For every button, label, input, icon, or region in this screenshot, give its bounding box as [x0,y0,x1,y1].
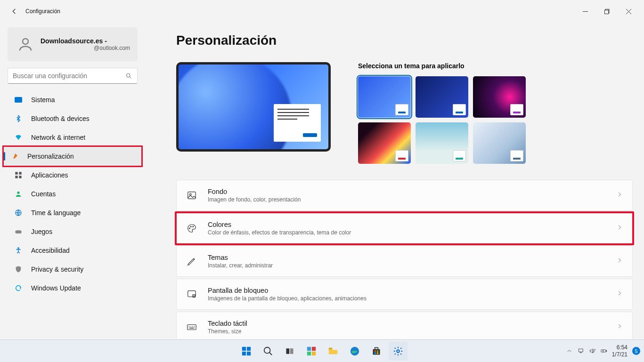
svg-point-16 [193,226,194,227]
accessibility-icon [14,246,23,255]
svg-rect-28 [307,346,310,350]
sidebar-item-label: Time & language [31,209,81,217]
main-content: Personalización Selecciona un tema para … [141,23,644,339]
chevron-right-icon [616,224,623,233]
svg-rect-10 [15,230,21,233]
sidebar-item-aplicaciones[interactable]: Aplicaciones [8,166,138,185]
pen-icon [186,256,197,267]
setting-row-temas[interactable]: TemasInstalar, crear, administrar [176,246,633,277]
sidebar-item-network[interactable]: Network & internet [8,128,138,147]
row-title: Colores [208,221,351,228]
theme-option-3[interactable] [473,76,526,118]
microsoft-store[interactable] [367,342,386,361]
brush-icon [10,152,19,161]
chevron-right-icon [616,257,623,265]
sidebar-item-label: Juegos [31,228,52,235]
shield-icon [14,265,23,274]
svg-rect-5 [19,172,21,174]
start-button[interactable] [237,342,256,361]
network-tray-icon [578,347,585,354]
row-desc: Instalar, crear, administrar [208,262,273,269]
sidebar-item-sistema[interactable]: Sistema [8,90,138,109]
picture-icon [186,190,197,201]
setting-row-pantalla-bloqueo[interactable]: Pantalla de bloqueoImágenes de la pantal… [176,279,633,310]
globe-icon [14,209,23,217]
svg-rect-4 [15,172,17,174]
edge-browser[interactable] [345,342,364,361]
sidebar-item-cuentas[interactable]: Cuentas [8,185,138,203]
clock-time: 6:54 [612,344,628,351]
svg-point-3 [127,73,130,77]
sidebar-item-juegos[interactable]: Juegos [8,222,138,241]
row-desc: Imágenes de la pantalla de bloqueo, apli… [208,295,367,302]
keyboard-icon [186,322,197,333]
sidebar-item-personalizacion[interactable]: Personalización [4,147,141,166]
taskbar-clock[interactable]: 6:54 1/7/21 [612,344,628,358]
maximize-button[interactable] [596,4,618,19]
sidebar: Downloadsource.es - @outlook.com Sistema… [0,23,141,339]
svg-rect-36 [374,350,375,352]
taskbar: 6:54 1/7/21 5 [0,339,644,362]
minimize-button[interactable] [574,4,596,19]
sidebar-item-label: Accesibilidad [31,247,70,254]
tray-chevron-up-icon[interactable] [566,347,573,354]
sidebar-item-time-language[interactable]: Time & language [8,203,138,222]
taskbar-search[interactable] [259,342,277,361]
svg-rect-38 [374,352,375,354]
sidebar-item-label: Bluetooth & devices [31,115,90,122]
widgets-button[interactable] [302,342,321,361]
svg-rect-27 [290,348,293,354]
sidebar-item-privacy[interactable]: Privacy & security [8,260,138,279]
setting-row-fondo[interactable]: FondoImagen de fondo, color, presentació… [176,180,633,211]
theme-grid [358,76,526,164]
chevron-right-icon [616,323,623,331]
back-button[interactable] [7,4,22,19]
svg-point-40 [397,350,399,353]
lockscreen-icon [186,289,197,300]
task-view[interactable] [280,342,299,361]
theme-option-4[interactable] [358,122,411,164]
svg-rect-34 [373,349,380,354]
svg-rect-6 [15,176,17,178]
update-icon [14,284,23,292]
svg-rect-43 [606,350,606,352]
user-card[interactable]: Downloadsource.es - @outlook.com [8,27,138,61]
sidebar-item-accesibilidad[interactable]: Accesibilidad [8,241,138,260]
svg-rect-39 [376,352,378,354]
sidebar-item-windows-update[interactable]: Windows Update [8,279,138,298]
apps-icon [14,171,23,179]
svg-rect-31 [311,351,315,355]
volume-tray-icon [589,347,596,354]
titlebar: Configuración [0,0,644,23]
setting-row-colores[interactable]: ColoresColor de énfasis, efectos de tran… [176,213,633,244]
svg-point-11 [18,248,19,249]
svg-rect-35 [375,347,378,349]
theme-option-1[interactable] [358,76,411,118]
svg-rect-20 [187,325,196,330]
search-input[interactable] [13,72,125,80]
file-explorer[interactable] [324,342,342,361]
svg-point-15 [190,226,191,227]
themes-heading: Selecciona un tema para aplicarlo [358,62,526,70]
wifi-icon [14,133,23,142]
notification-badge[interactable]: 5 [632,347,640,355]
svg-rect-22 [246,346,250,350]
sidebar-item-bluetooth[interactable]: Bluetooth & devices [8,109,138,128]
system-tray[interactable] [578,347,607,354]
battery-tray-icon [600,347,607,354]
theme-option-5[interactable] [416,122,468,164]
window-title: Configuración [25,8,60,15]
svg-point-8 [17,192,19,194]
svg-rect-29 [311,346,315,350]
theme-option-6[interactable] [473,122,526,164]
close-button[interactable] [618,4,639,19]
settings-app[interactable] [389,342,408,361]
row-desc: Themes, size [208,328,247,335]
row-title: Pantalla de bloqueo [208,287,367,294]
svg-rect-30 [307,351,310,355]
gamepad-icon [14,227,23,236]
theme-option-2[interactable] [416,76,468,118]
search-box[interactable] [8,68,138,84]
setting-row-teclado-tactil[interactable]: Teclado táctilThemes, size [176,312,633,339]
row-desc: Color de énfasis, efectos de transparenc… [208,229,351,236]
